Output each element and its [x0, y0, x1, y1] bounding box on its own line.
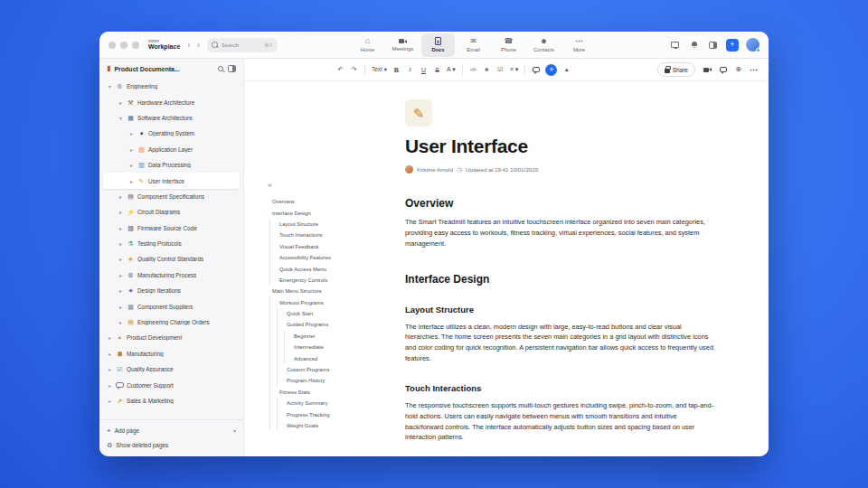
heading-layout-structure[interactable]: Layout Structure — [405, 305, 714, 314]
chevron-icon[interactable]: ▸ — [118, 319, 124, 325]
back-button[interactable]: ‹ — [187, 41, 190, 50]
paragraph-layout-structure[interactable]: The interface utilizes a clean, modern d… — [405, 322, 714, 364]
video-button[interactable] — [702, 63, 713, 77]
tab-home[interactable]: Home — [351, 33, 384, 57]
align-button[interactable]: ≡ ▾ — [508, 63, 521, 77]
minimize-window-button[interactable] — [120, 42, 127, 49]
chevron-down-icon[interactable]: ▾ — [233, 427, 236, 434]
chevron-icon[interactable]: ▸ — [118, 304, 124, 310]
chevron-icon[interactable]: ▸ — [118, 225, 124, 231]
paragraph-overview[interactable]: The Smart Treadmill features an intuitiv… — [405, 217, 714, 249]
outline-item[interactable]: Accessibility Features — [268, 252, 405, 263]
close-window-button[interactable] — [108, 42, 116, 49]
outline-item[interactable]: Weight Goals — [268, 420, 405, 431]
chevron-icon[interactable]: ▸ — [107, 351, 113, 357]
redo-button[interactable]: ↷ — [348, 63, 360, 77]
sidebar-page-item[interactable]: ▸ Product Development — [103, 330, 240, 345]
paragraph-touch-interactions[interactable]: The responsive touchscreen supports mult… — [405, 400, 714, 443]
page-emoji-icon[interactable] — [405, 99, 432, 127]
outline-item[interactable]: Progress Tracking — [268, 408, 405, 419]
sidebar-page-item[interactable]: ▸ Customer Support — [103, 377, 240, 392]
collapse-outline-icon[interactable]: « — [268, 181, 405, 190]
outline-item[interactable]: Advanced — [268, 352, 405, 363]
outline-item[interactable]: Emergency Controls — [268, 275, 405, 286]
page-title[interactable]: User Interface — [405, 136, 714, 157]
checklist-button[interactable]: ☑ — [495, 63, 506, 77]
code-button[interactable]: </> — [467, 63, 479, 77]
outline-item[interactable]: Layout Structure — [268, 219, 405, 230]
heading-touch-interactions[interactable]: Touch Interactions — [405, 383, 714, 393]
chevron-icon[interactable]: ▸ — [128, 130, 135, 136]
chevron-icon[interactable]: ▸ — [107, 382, 113, 389]
link-button[interactable] — [481, 63, 493, 77]
collapse-toolbar-button[interactable]: ▴ — [561, 63, 572, 77]
chevron-icon[interactable]: ▸ — [118, 193, 124, 200]
bold-button[interactable]: B — [391, 63, 402, 77]
sidebar-page-item[interactable]: ▸ Data Processing — [103, 157, 240, 173]
sidebar-page-item[interactable]: ▾ Engineering — [103, 79, 240, 94]
outline-item[interactable]: Beginner — [268, 331, 405, 342]
sidebar-page-item[interactable]: ▸ Design Iterations — [103, 283, 240, 298]
divider[interactable] — [462, 65, 463, 75]
undo-button[interactable]: ↶ — [335, 63, 346, 77]
forward-button[interactable]: › — [197, 41, 200, 50]
sidebar-page-item[interactable]: ▸ Manufacturing — [103, 346, 240, 361]
chevron-icon[interactable]: ▸ — [118, 209, 124, 215]
devices-button[interactable] — [669, 38, 681, 52]
collaborator-avatar[interactable] — [639, 64, 651, 76]
sidebar-search-icon[interactable] — [217, 65, 224, 72]
add-page-button[interactable]: + Add page ▾ — [107, 423, 236, 437]
sidebar-page-item[interactable]: ▸ Testing Protocols — [103, 236, 240, 251]
chevron-icon[interactable]: ▸ — [107, 366, 113, 372]
insert-button[interactable]: + — [545, 64, 557, 76]
chevron-icon[interactable]: ▸ — [128, 162, 135, 168]
outline-item[interactable]: Activity Summary — [268, 398, 405, 408]
outline-item[interactable]: Visual Feedback — [268, 241, 405, 252]
sidebar-page-item[interactable]: ▸ Component Specifications — [103, 189, 240, 204]
outline-item[interactable]: Interface Design — [268, 207, 405, 218]
chat-button[interactable] — [717, 63, 729, 77]
heading-interface-design[interactable]: Interface Design — [405, 273, 714, 286]
chevron-icon[interactable]: ▸ — [128, 146, 135, 153]
heading-overview[interactable]: Overview — [405, 197, 714, 210]
chevron-icon[interactable]: ▸ — [118, 272, 124, 278]
text-style-dropdown[interactable]: Text ▾ — [370, 63, 389, 77]
outline-item[interactable]: Quick Start — [268, 308, 405, 319]
chevron-icon[interactable]: ▸ — [118, 256, 124, 262]
sidebar-page-item[interactable]: ▸ User Interface — [103, 173, 240, 188]
global-search-input[interactable]: Search ⌘F — [207, 38, 278, 52]
tab-phone[interactable]: Phone — [492, 33, 525, 57]
chevron-icon[interactable]: ▸ — [128, 178, 135, 184]
notifications-button[interactable] — [688, 38, 700, 52]
sidebar-page-item[interactable]: ▸ Operating System — [103, 126, 240, 141]
text-color-button[interactable]: A ▾ — [445, 63, 458, 77]
chevron-icon[interactable]: ▸ — [118, 99, 124, 106]
chevron-icon[interactable]: ▸ — [118, 240, 124, 247]
outline-item[interactable]: Guided Programs — [268, 319, 405, 330]
chevron-icon[interactable]: ▾ — [118, 115, 124, 121]
underline-button[interactable]: U — [418, 63, 429, 77]
outline-item[interactable]: Program History — [268, 375, 405, 386]
tab-meetings[interactable]: Meetings — [386, 33, 420, 57]
chevron-icon[interactable]: ▸ — [107, 398, 113, 404]
chevron-icon[interactable]: ▾ — [107, 83, 113, 89]
comment-button[interactable] — [530, 63, 542, 77]
sidebar-page-item[interactable]: ▸ Engineering Change Orders — [103, 314, 240, 330]
user-avatar[interactable] — [746, 38, 760, 52]
sidebar-page-item[interactable]: ▸ Firmware Source Code — [103, 221, 240, 236]
sidebar-page-item[interactable]: ▸ Application Layer — [103, 142, 240, 157]
sidebar-page-item[interactable]: ▸ Quality Assurance — [103, 361, 240, 377]
sidebar-page-item[interactable]: ▾ Software Architecture — [103, 110, 240, 126]
maximize-window-button[interactable] — [132, 42, 139, 49]
sidebar-page-item[interactable]: ▸ Sales & Marketing — [103, 393, 240, 408]
tab-more[interactable]: More — [562, 33, 596, 57]
collapse-sidebar-icon[interactable] — [228, 65, 236, 72]
outline-item[interactable]: Custom Programs — [268, 364, 405, 375]
chevron-icon[interactable]: ▸ — [107, 334, 113, 341]
panel-toggle-button[interactable] — [707, 38, 719, 52]
strikethrough-button[interactable]: S — [431, 63, 443, 77]
tab-docs[interactable]: Docs — [421, 33, 455, 57]
italic-button[interactable]: I — [404, 63, 416, 77]
outline-item[interactable]: Workout Programs — [268, 297, 405, 308]
outline-item[interactable]: Fitness Stats — [268, 387, 405, 398]
